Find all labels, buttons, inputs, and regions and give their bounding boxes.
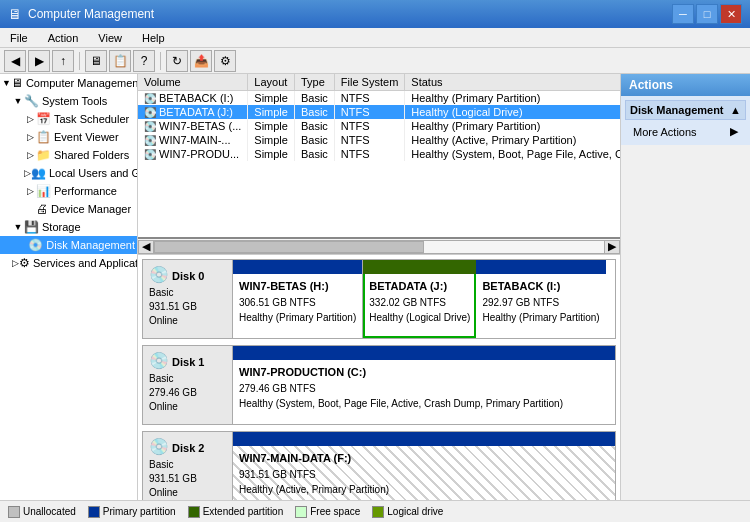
ev-expand[interactable]: ▷ [24,131,36,143]
col-fs[interactable]: File System [334,74,404,91]
partition-size: 279.46 GB NTFS [239,381,609,396]
stor-expand[interactable]: ▼ [12,221,24,233]
cell-status: Healthy (Logical Drive) [405,105,620,119]
scroll-left-btn[interactable]: ◀ [138,240,154,254]
cell-volume: 💽WIN7-MAIN-... [138,133,248,147]
menu-view[interactable]: View [92,30,128,46]
menu-action[interactable]: Action [42,30,85,46]
help-button[interactable]: ? [133,50,155,72]
more-actions-item[interactable]: More Actions ▶ [625,122,746,141]
expand-icon2[interactable]: ▼ [12,95,24,107]
disk-info: 💿 Disk 2 Basic 931.51 GB Online [143,432,233,500]
sidebar-item-event-viewer[interactable]: ▷ 📋 Event Viewer [0,128,137,146]
cell-status: Healthy (System, Boot, Page File, Active… [405,147,620,161]
sidebar-label-cm: Computer Management [26,77,137,89]
col-type[interactable]: Type [294,74,334,91]
scroll-thumb[interactable] [154,241,424,253]
cell-type: Basic [294,133,334,147]
sidebar-item-services[interactable]: ▷ ⚙ Services and Applicati... [0,254,137,272]
col-layout[interactable]: Layout [248,74,295,91]
lu-icon: 👥 [31,166,46,180]
sidebar-label-lu: Local Users and Gr... [49,167,137,179]
legend-color-box [88,506,100,518]
cell-status: Healthy (Primary Partition) [405,91,620,106]
disk-management-action-title[interactable]: Disk Management ▲ [625,100,746,120]
filter-button[interactable]: ⚙ [214,50,236,72]
maximize-button[interactable]: □ [696,4,718,24]
volume-table-area[interactable]: Volume Layout Type File System Status 💽B… [138,74,620,239]
show-hide-button[interactable]: 🖥 [85,50,107,72]
cell-type: Basic [294,119,334,133]
partition-name: WIN7-BETAS (H:) [239,278,356,295]
partition-status: Healthy (Active, Primary Partition) [239,482,609,497]
partition-name: BETABACK (I:) [482,278,599,295]
table-row[interactable]: 💽WIN7-BETAS (... Simple Basic NTFS Healt… [138,119,620,133]
legend-label: Primary partition [103,506,176,517]
legend-item: Unallocated [8,506,76,518]
cell-type: Basic [294,91,334,106]
partition-status: Healthy (System, Boot, Page File, Active… [239,396,609,411]
refresh-button[interactable]: ↻ [166,50,188,72]
properties-button[interactable]: 📋 [109,50,131,72]
sidebar-item-local-users[interactable]: ▷ 👥 Local Users and Gr... [0,164,137,182]
up-button[interactable]: ↑ [52,50,74,72]
horizontal-scrollbar[interactable]: ◀ ▶ [138,239,620,255]
export-button[interactable]: 📤 [190,50,212,72]
action-title-label: Disk Management [630,104,724,116]
sf-expand[interactable]: ▷ [24,149,36,161]
table-row[interactable]: 💽BETABACK (I:) Simple Basic NTFS Healthy… [138,91,620,106]
sidebar-item-shared-folders[interactable]: ▷ 📁 Shared Folders [0,146,137,164]
partition[interactable]: WIN7-MAIN-DATA (F:) 931.51 GB NTFS Healt… [233,432,615,500]
sidebar-item-task-scheduler[interactable]: ▷ 📅 Task Scheduler [0,110,137,128]
sidebar-label-svc: Services and Applicati... [33,257,137,269]
legend-item: Primary partition [88,506,176,518]
partition[interactable]: WIN7-PRODUCTION (C:) 279.46 GB NTFS Heal… [233,346,615,424]
minimize-button[interactable]: ─ [672,4,694,24]
disk-type: Basic [149,286,226,300]
more-actions-label: More Actions [633,126,697,138]
partition-header [476,260,605,274]
table-row[interactable]: 💽WIN7-MAIN-... Simple Basic NTFS Healthy… [138,133,620,147]
forward-button[interactable]: ▶ [28,50,50,72]
main-layout: ▼ 🖥 Computer Management ▼ 🔧 System Tools… [0,74,750,500]
partition[interactable]: BETABACK (I:) 292.97 GB NTFS Healthy (Pr… [476,260,605,338]
lu-expand[interactable]: ▷ [24,167,31,179]
disk-block: 💿 Disk 2 Basic 931.51 GB Online WIN7-MAI… [142,431,616,500]
right-actions-panel: Actions Disk Management ▲ More Actions ▶ [620,74,750,500]
disk-type: Basic [149,372,226,386]
sidebar-item-system-tools[interactable]: ▼ 🔧 System Tools [0,92,137,110]
more-actions-chevron-icon: ▶ [730,125,738,138]
col-volume[interactable]: Volume [138,74,248,91]
close-button[interactable]: ✕ [720,4,742,24]
legend-item: Free space [295,506,360,518]
sidebar-item-storage[interactable]: ▼ 💾 Storage [0,218,137,236]
sidebar-label-ts: Task Scheduler [54,113,129,125]
menu-file[interactable]: File [4,30,34,46]
back-button[interactable]: ◀ [4,50,26,72]
partition[interactable]: BETADATA (J:) 332.02 GB NTFS Healthy (Lo… [363,260,476,338]
svc-expand[interactable]: ▷ [12,257,19,269]
sidebar: ▼ 🖥 Computer Management ▼ 🔧 System Tools… [0,74,138,500]
table-row[interactable]: 💽WIN7-PRODU... Simple Basic NTFS Healthy… [138,147,620,161]
scroll-track[interactable] [154,240,604,254]
ts-expand[interactable]: ▷ [24,113,36,125]
disk-view-area[interactable]: 💿 Disk 0 Basic 931.51 GB Online WIN7-BET… [138,255,620,500]
diskm-icon: 💿 [28,238,43,252]
cell-fs: NTFS [334,91,404,106]
partition-name: WIN7-MAIN-DATA (F:) [239,450,609,467]
col-status[interactable]: Status [405,74,620,91]
partition[interactable]: WIN7-BETAS (H:) 306.51 GB NTFS Healthy (… [233,260,363,338]
table-row[interactable]: 💽BETADATA (J:) Simple Basic NTFS Healthy… [138,105,620,119]
partition-header [233,260,362,274]
dm-expand[interactable] [24,203,36,215]
menu-help[interactable]: Help [136,30,171,46]
cell-fs: NTFS [334,133,404,147]
scroll-right-btn[interactable]: ▶ [604,240,620,254]
expand-icon[interactable]: ▼ [2,77,11,89]
cell-layout: Simple [248,133,295,147]
sidebar-item-performance[interactable]: ▷ 📊 Performance [0,182,137,200]
sidebar-item-disk-management[interactable]: 💿 Disk Management [0,236,137,254]
sidebar-item-computer-management[interactable]: ▼ 🖥 Computer Management [0,74,137,92]
perf-expand[interactable]: ▷ [24,185,36,197]
sidebar-item-device-manager[interactable]: 🖨 Device Manager [0,200,137,218]
